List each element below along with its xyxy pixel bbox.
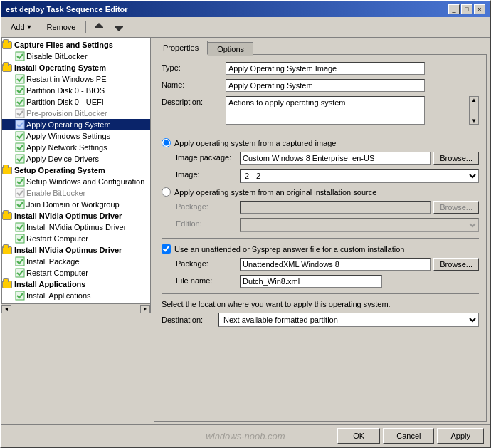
folder-icon	[2, 167, 12, 174]
apply-button[interactable]: Apply	[437, 428, 484, 444]
folder-icon	[2, 212, 12, 220]
unattended-checkbox[interactable]	[162, 244, 171, 254]
svg-rect-12	[16, 155, 24, 163]
sidebar-item-install-pkg[interactable]: Install Package	[2, 256, 150, 267]
radio-original-source[interactable]	[162, 187, 171, 197]
divider-1	[162, 132, 479, 132]
radio-captured-image[interactable]	[162, 138, 171, 147]
sidebar-item-setup-os[interactable]: Setup Operating System	[2, 165, 150, 176]
tree-scrollbar-x[interactable]: ◂ ▸	[1, 303, 151, 313]
close-button[interactable]: ×	[474, 4, 485, 14]
minimize-button[interactable]: _	[448, 4, 460, 14]
main-area: Capture Files and Settings Disable BitLo…	[1, 38, 490, 424]
svg-rect-8	[16, 109, 24, 118]
sidebar-item-restart-winpe[interactable]: Restart in Windows PE	[2, 73, 150, 85]
sidebar-item-apply-os[interactable]: Apply Operating System	[2, 119, 150, 130]
sidebar-item-pre-provision[interactable]: Pre-provision BitLocker	[2, 108, 150, 119]
sidebar-item-install-nvidia2[interactable]: Install NVidia Optimus Driver	[2, 244, 150, 256]
title-bar-buttons: _ □ ×	[448, 4, 485, 14]
add-dropdown-icon[interactable]: ▼	[26, 24, 33, 31]
sidebar-item-partition-uefi[interactable]: Partition Disk 0 - UEFI	[2, 96, 150, 108]
sidebar-item-nvidia-driver1[interactable]: Install NVidia Optimus Driver	[2, 222, 150, 233]
svg-rect-13	[16, 177, 24, 186]
sidebar-item-capture-files[interactable]: Capture Files and Settings	[2, 39, 150, 51]
sidebar-item-apply-network-settings[interactable]: Apply Network Settings	[2, 142, 150, 153]
task-sequence-tree: Capture Files and Settings Disable BitLo…	[1, 38, 151, 303]
edition-row: Edition:	[176, 218, 479, 232]
description-field[interactable]	[226, 96, 425, 125]
check-icon	[15, 256, 25, 266]
cancel-button[interactable]: Cancel	[383, 428, 434, 444]
folder-icon	[2, 64, 12, 72]
svg-rect-16	[16, 223, 24, 231]
destination-select[interactable]: Next available formatted partition	[218, 313, 479, 327]
tab-bar: Properties Options	[154, 41, 487, 55]
sidebar-item-apply-windows-settings[interactable]: Apply Windows Settings	[2, 130, 150, 142]
maximize-button[interactable]: □	[461, 4, 472, 14]
folder-icon	[2, 281, 12, 288]
edition-label: Edition:	[176, 218, 240, 228]
image-select[interactable]: 2 - 2	[240, 169, 479, 183]
sidebar-item-install-os[interactable]: Install Operating System	[2, 62, 150, 73]
unattended-package-field[interactable]	[240, 258, 431, 271]
add-button[interactable]: Add ▼	[4, 21, 39, 33]
svg-rect-2	[115, 26, 123, 27]
sidebar-item-install-apps[interactable]: Install Applications	[2, 278, 150, 290]
scroll-down-icon[interactable]: ▼	[470, 118, 478, 124]
svg-rect-20	[16, 291, 24, 300]
check-icon	[15, 154, 25, 164]
remove-button[interactable]: Remove	[41, 21, 83, 33]
scroll-right-btn[interactable]: ▸	[140, 305, 150, 313]
name-field[interactable]	[226, 79, 425, 92]
check-gray-icon	[15, 108, 25, 118]
tab-options[interactable]: Options	[208, 42, 253, 56]
radio-original-source-row: Apply operating system from an original …	[162, 187, 479, 197]
package-row: Package: Browse...	[176, 201, 479, 214]
check-icon	[15, 120, 25, 130]
filename-label: File name:	[176, 275, 240, 285]
package-field[interactable]	[240, 201, 431, 214]
radio-captured-image-row: Apply operating system from a captured i…	[162, 138, 479, 147]
check-icon	[15, 51, 25, 61]
svg-rect-18	[16, 257, 24, 266]
scroll-track	[11, 306, 140, 312]
radio-captured-image-label[interactable]: Apply operating system from a captured i…	[174, 139, 336, 147]
check-icon	[15, 97, 25, 107]
toolbar-icon-btn-1[interactable]	[90, 19, 108, 35]
window-title: est deploy Task Sequence Editor	[6, 5, 128, 14]
sidebar-item-disable-bitlocker[interactable]: Disable BitLocker	[2, 51, 150, 62]
radio-original-source-label[interactable]: Apply operating system from an original …	[174, 188, 376, 197]
sidebar-item-setup-windows[interactable]: Setup Windows and Configuration	[2, 176, 150, 187]
sidebar-item-partition-bios[interactable]: Partition Disk 0 - BIOS	[2, 85, 150, 96]
title-bar: est deploy Task Sequence Editor _ □ ×	[1, 1, 490, 17]
check-icon	[15, 142, 25, 152]
edition-select[interactable]	[240, 218, 479, 232]
scroll-up-icon[interactable]: ▲	[470, 97, 478, 103]
browse-image-package-button[interactable]: Browse...	[433, 152, 479, 165]
toolbar-icon-btn-2[interactable]	[110, 19, 128, 35]
image-package-label: Image package:	[176, 152, 240, 162]
description-row: Description: ▲ ▼	[162, 96, 479, 126]
ok-button[interactable]: OK	[337, 428, 380, 444]
tab-properties[interactable]: Properties	[154, 41, 208, 55]
svg-rect-4	[16, 52, 24, 61]
svg-rect-9	[16, 120, 24, 129]
package-label: Package:	[176, 201, 240, 211]
watermark: windows-noob.com	[206, 431, 285, 442]
desc-scrollbar[interactable]: ▲ ▼	[469, 96, 479, 125]
sidebar-item-apply-device-drivers[interactable]: Apply Device Drivers	[2, 153, 150, 165]
scroll-left-btn[interactable]: ◂	[1, 305, 11, 313]
sidebar-item-restart2[interactable]: Restart Computer	[2, 267, 150, 278]
browse-package-button[interactable]: Browse...	[433, 201, 479, 214]
sidebar-item-install-nvidia1[interactable]: Install NVidia Optimus Driver	[2, 210, 150, 222]
type-field[interactable]	[226, 62, 425, 75]
unattended-checkbox-label[interactable]: Use an unattended or Sysprep answer file…	[174, 245, 404, 254]
sidebar-item-restart1[interactable]: Restart Computer	[2, 233, 150, 244]
image-package-field[interactable]	[240, 152, 431, 165]
sidebar-item-install-apps-item[interactable]: Install Applications	[2, 290, 150, 301]
svg-rect-17	[16, 234, 24, 243]
sidebar-item-enable-bitlocker[interactable]: Enable BitLocker	[2, 187, 150, 199]
sidebar-item-join-domain[interactable]: Join Domain or Workgroup	[2, 199, 150, 210]
filename-field[interactable]	[240, 275, 382, 288]
browse-unattended-button[interactable]: Browse...	[433, 258, 479, 271]
